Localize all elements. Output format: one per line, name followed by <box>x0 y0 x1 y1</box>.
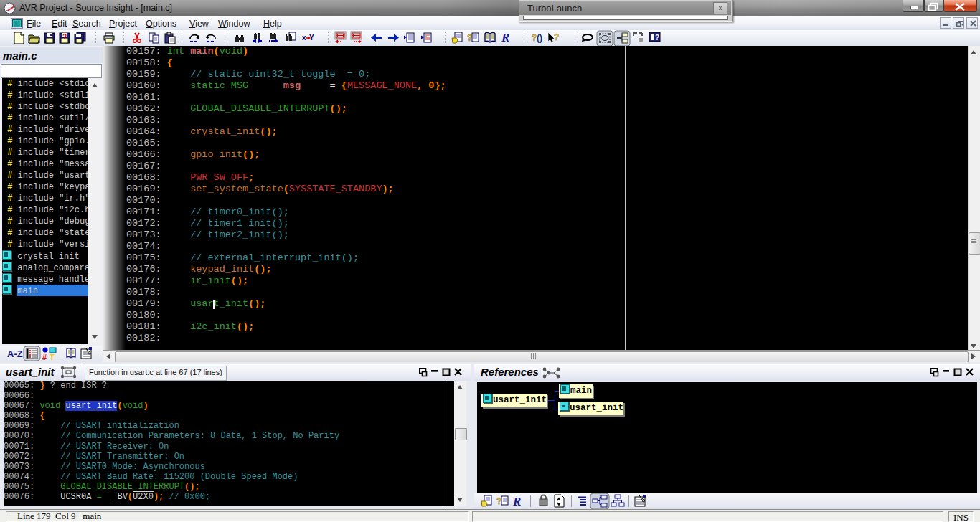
svg-text:?: ? <box>655 34 659 42</box>
svg-text:R: R <box>512 495 521 508</box>
svg-text:?: ? <box>62 33 67 41</box>
svg-text:#: # <box>42 353 47 361</box>
svg-text:?: ? <box>554 32 559 42</box>
svg-text:A-Z: A-Z <box>7 348 23 359</box>
svg-text:R: R <box>501 31 509 44</box>
svg-text:?: ? <box>496 496 501 506</box>
svg-text:?: ? <box>467 33 472 43</box>
svg-text:(): () <box>537 33 542 43</box>
svg-text:T: T <box>50 353 55 361</box>
